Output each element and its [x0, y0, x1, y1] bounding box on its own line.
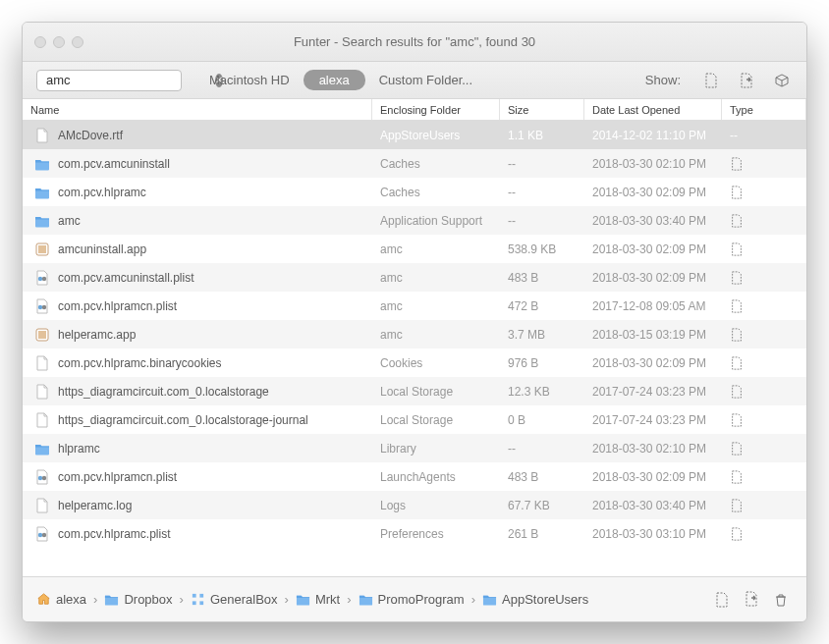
- breadcrumb-label: AppStoreUsers: [502, 592, 588, 607]
- row-type: [722, 442, 806, 456]
- row-name: amc: [58, 214, 81, 228]
- folder-icon: [104, 592, 119, 607]
- share-icon: [744, 591, 759, 609]
- row-type: --: [722, 129, 806, 142]
- plist-icon: [34, 298, 50, 314]
- titlebar: Funter - Search results for "amc", found…: [23, 23, 806, 62]
- col-size[interactable]: Size: [500, 99, 584, 120]
- scope-custom[interactable]: Custom Folder...: [365, 70, 486, 90]
- row-type: [722, 527, 806, 541]
- row-name: com.pcv.hlpramcn.plist: [58, 470, 177, 484]
- path-bar: alexa›Dropbox›GeneralBox›Mrkt›PromoProgr…: [23, 576, 806, 621]
- row-name: com.pcv.hlpramc: [58, 186, 146, 199]
- scope-home[interactable]: alexa: [304, 70, 365, 90]
- search-input[interactable]: [46, 73, 211, 87]
- row-date: 2014-12-02 11:10 PM: [584, 129, 722, 142]
- breadcrumb[interactable]: alexa: [36, 592, 86, 607]
- reveal-icon: [714, 592, 730, 608]
- row-type: [722, 214, 806, 228]
- results-list: AMcDove.rtfAppStoreUsers1.1 KB2014-12-02…: [23, 121, 806, 576]
- hidden-file-icon: [730, 299, 744, 313]
- plist-icon: [34, 469, 50, 485]
- delete-button[interactable]: [769, 592, 793, 608]
- show-hidden-toggle[interactable]: [736, 73, 757, 88]
- row-type: [722, 242, 806, 256]
- row-type: [722, 328, 806, 342]
- minimize-button[interactable]: [53, 36, 65, 48]
- hidden-file-icon: [730, 499, 744, 512]
- row-name: com.pcv.hlpramc.binarycookies: [58, 356, 222, 370]
- table-row[interactable]: https_diagramcircuit.com_0.localstorageL…: [23, 377, 806, 405]
- breadcrumb-label: Mrkt: [315, 592, 340, 607]
- row-folder: amc: [372, 299, 500, 313]
- table-row[interactable]: amcApplication Support--2018-03-30 03:40…: [23, 206, 806, 235]
- hidden-file-icon: [730, 328, 744, 342]
- hidden-file-icon: [730, 214, 744, 228]
- row-type: [722, 413, 806, 427]
- breadcrumb[interactable]: PromoProgram: [359, 592, 465, 607]
- show-in-finder-button[interactable]: [740, 591, 763, 609]
- row-date: 2018-03-30 02:09 PM: [584, 242, 722, 256]
- breadcrumb[interactable]: AppStoreUsers: [482, 592, 588, 607]
- row-date: 2018-03-30 02:09 PM: [584, 271, 722, 285]
- row-name: com.pcv.hlpramc.plist: [58, 527, 170, 541]
- breadcrumb[interactable]: GeneralBox: [191, 592, 278, 607]
- folder-icon: [34, 441, 50, 456]
- row-type: [722, 385, 806, 399]
- table-row[interactable]: helperamc.appamc3.7 MB2018-03-15 03:19 P…: [23, 320, 806, 349]
- hidden-file-icon: [730, 186, 744, 199]
- col-type[interactable]: Type: [722, 99, 806, 120]
- file-icon: [703, 73, 719, 88]
- folder-icon: [482, 592, 497, 607]
- row-type: [722, 271, 806, 285]
- table-row[interactable]: com.pcv.amcuninstallCaches--2018-03-30 0…: [23, 149, 806, 178]
- search-field[interactable]: ✕: [36, 70, 182, 91]
- row-folder: Application Support: [372, 214, 500, 228]
- hidden-file-icon: [730, 242, 744, 256]
- table-row[interactable]: com.pcv.hlpramc.plistPreferences261 B201…: [23, 519, 806, 548]
- row-size: 1.1 KB: [500, 129, 584, 142]
- close-button[interactable]: [34, 36, 46, 48]
- app-window: Funter - Search results for "amc", found…: [22, 22, 807, 622]
- row-date: 2017-12-08 09:05 AM: [584, 299, 722, 313]
- zoom-button[interactable]: [72, 36, 83, 48]
- row-date: 2017-07-24 03:23 PM: [584, 413, 722, 427]
- col-folder[interactable]: Enclosing Folder: [372, 99, 500, 120]
- scope-mac[interactable]: Macintosh HD: [195, 70, 304, 90]
- row-type: [722, 470, 806, 484]
- table-row[interactable]: com.pcv.hlpramcn.plistLaunchAgents483 B2…: [23, 462, 806, 491]
- grid-icon: [191, 592, 205, 607]
- row-size: 261 B: [500, 527, 584, 541]
- chevron-right-icon: ›: [284, 592, 290, 607]
- row-type: [722, 356, 806, 370]
- row-name: com.pcv.hlpramcn.plist: [58, 299, 177, 313]
- row-size: --: [500, 157, 584, 171]
- breadcrumb-label: GeneralBox: [210, 592, 278, 607]
- col-name[interactable]: Name: [23, 99, 372, 120]
- row-date: 2018-03-30 02:09 PM: [584, 186, 722, 199]
- row-type: [722, 186, 806, 199]
- reveal-button[interactable]: [710, 592, 734, 608]
- row-size: 3.7 MB: [500, 328, 584, 342]
- row-name: https_diagramcircuit.com_0.localstorage-…: [58, 413, 308, 427]
- table-row[interactable]: https_diagramcircuit.com_0.localstorage-…: [23, 405, 806, 434]
- table-row[interactable]: hlpramcLibrary--2018-03-30 02:10 PM: [23, 434, 806, 462]
- row-date: 2018-03-30 02:09 PM: [584, 470, 722, 484]
- breadcrumb[interactable]: Mrkt: [296, 592, 340, 607]
- breadcrumb-label: Dropbox: [124, 592, 172, 607]
- show-packages-toggle[interactable]: [771, 73, 793, 88]
- row-folder: Library: [372, 442, 500, 456]
- table-row[interactable]: com.pcv.hlpramc.binarycookiesCookies976 …: [23, 349, 806, 377]
- table-row[interactable]: com.pcv.hlpramcCaches--2018-03-30 02:09 …: [23, 178, 806, 206]
- folder-icon: [296, 592, 310, 607]
- show-files-toggle[interactable]: [700, 73, 722, 88]
- row-date: 2018-03-30 02:09 PM: [584, 356, 722, 370]
- row-size: 67.7 KB: [500, 499, 584, 512]
- table-row[interactable]: helperamc.logLogs67.7 KB2018-03-30 03:40…: [23, 491, 806, 519]
- col-date[interactable]: Date Last Opened: [584, 99, 722, 120]
- table-row[interactable]: AMcDove.rtfAppStoreUsers1.1 KB2014-12-02…: [23, 121, 806, 149]
- breadcrumb[interactable]: Dropbox: [104, 592, 172, 607]
- table-row[interactable]: com.pcv.amcuninstall.plistamc483 B2018-0…: [23, 263, 806, 292]
- table-row[interactable]: amcuninstall.appamc538.9 KB2018-03-30 02…: [23, 235, 806, 263]
- table-row[interactable]: com.pcv.hlpramcn.plistamc472 B2017-12-08…: [23, 292, 806, 320]
